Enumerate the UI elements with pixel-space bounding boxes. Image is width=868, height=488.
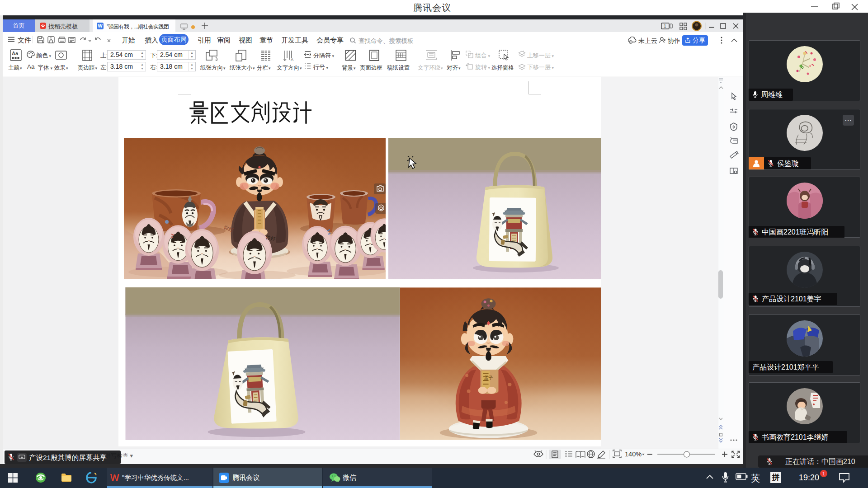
svg-text:孟子: 孟子 xyxy=(484,375,493,380)
svg-text:140%: 140% xyxy=(625,450,642,458)
svg-text:Aa: Aa xyxy=(12,51,19,56)
svg-text:A: A xyxy=(291,57,293,61)
svg-text:1: 1 xyxy=(664,24,666,29)
